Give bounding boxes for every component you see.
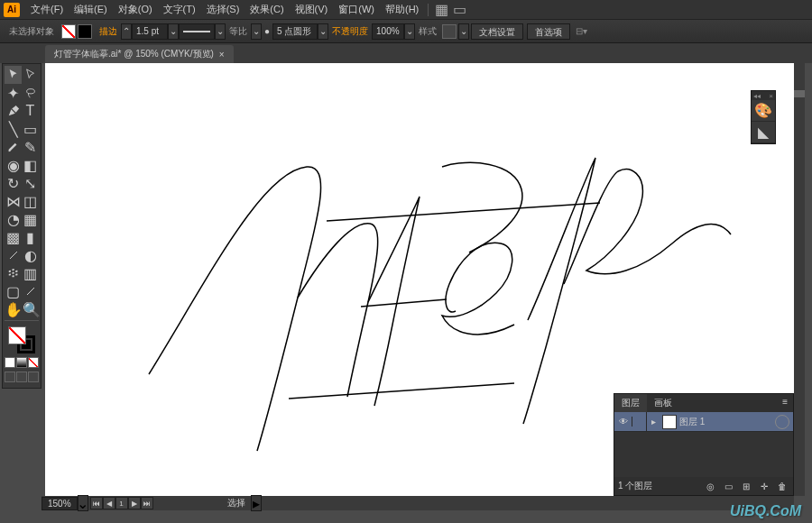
eraser-tool[interactable]: ◧ xyxy=(22,156,39,174)
stroke-stepper[interactable]: ⌃ xyxy=(121,23,132,40)
menu-type[interactable]: 文字(T) xyxy=(158,3,201,16)
rectangle-tool[interactable]: ▭ xyxy=(22,120,39,138)
selection-tool[interactable] xyxy=(5,66,22,84)
pen-tool[interactable] xyxy=(5,102,22,120)
layer-row[interactable]: 👁 ▸ 图层 1 xyxy=(614,412,793,432)
brushes-panel-icon[interactable]: ◣ xyxy=(752,122,775,143)
slice-tool[interactable]: ⟋ xyxy=(22,282,39,300)
prefs-button[interactable]: 首选项 xyxy=(527,23,570,40)
style-swatch[interactable] xyxy=(442,24,457,39)
pencil-tool[interactable]: ✎ xyxy=(22,138,39,156)
arrange-icon[interactable]: ▭ xyxy=(452,3,466,17)
document-tab[interactable]: 灯管字体临摹.ai* @ 150% (CMYK/预览) × xyxy=(45,45,234,63)
color-mode-none[interactable] xyxy=(28,357,39,368)
draw-behind[interactable] xyxy=(16,372,27,382)
menu-help[interactable]: 帮助(H) xyxy=(380,3,424,16)
profile-dropdown[interactable]: ⌄ xyxy=(318,23,328,40)
nav-page[interactable]: 1 xyxy=(115,497,128,509)
opacity-dropdown[interactable]: ⌄ xyxy=(404,23,415,40)
draw-inside[interactable] xyxy=(28,372,39,382)
gradient-tool[interactable]: ▮ xyxy=(22,228,39,246)
layer-name[interactable]: 图层 1 xyxy=(679,416,771,428)
toolbox: ✦ T ╲▭ ✎ ◉◧ ↻⤡ ⋈◫ ◔▦ ▩▮ ⟋◐ ፨▥ ▢⟋ ✋🔍 xyxy=(2,63,42,389)
color-mode-gradient[interactable] xyxy=(16,357,27,368)
blend-tool[interactable]: ◐ xyxy=(22,246,39,264)
float-panel-header[interactable]: ◂◂× xyxy=(752,91,775,100)
new-sublayer-icon[interactable]: ⊞ xyxy=(739,482,753,491)
magic-wand-tool[interactable]: ✦ xyxy=(5,84,22,102)
target-icon[interactable] xyxy=(775,415,789,429)
opacity-input[interactable] xyxy=(372,23,404,40)
rotate-tool[interactable]: ↻ xyxy=(5,174,22,192)
menu-effect[interactable]: 效果(C) xyxy=(245,3,289,16)
symbol-sprayer-tool[interactable]: ፨ xyxy=(5,264,22,282)
stroke-style-preview[interactable] xyxy=(179,23,215,40)
visibility-toggle-icon[interactable]: 👁 xyxy=(614,417,632,427)
menu-view[interactable]: 视图(V) xyxy=(290,3,334,16)
floating-panel[interactable]: ◂◂× 🎨 ◣ xyxy=(751,90,776,144)
stroke-style-dropdown[interactable]: ⌄ xyxy=(215,23,226,40)
lock-toggle[interactable] xyxy=(632,412,647,431)
doc-setup-button[interactable]: 文档设置 xyxy=(471,23,523,40)
make-clip-icon[interactable]: ▭ xyxy=(721,482,735,491)
opacity-label[interactable]: 不透明度 xyxy=(332,25,368,38)
fill-color-icon[interactable] xyxy=(8,326,26,344)
zoom-tool[interactable]: 🔍 xyxy=(23,300,41,318)
type-tool[interactable]: T xyxy=(22,102,39,120)
free-transform-tool[interactable]: ◫ xyxy=(22,192,39,210)
menu-edit[interactable]: 编辑(E) xyxy=(69,3,113,16)
panel-menu-icon[interactable]: ≡ xyxy=(777,394,793,412)
nav-next[interactable]: ▶ xyxy=(128,497,141,509)
fill-stroke-selector[interactable] xyxy=(8,326,35,353)
menu-window[interactable]: 窗口(W) xyxy=(333,3,380,16)
scale-tool[interactable]: ⤡ xyxy=(22,174,39,192)
layers-panel: 图层 画板 ≡ 👁 ▸ 图层 1 1 个图层 ◎ ▭ ⊞ ✛ 🗑 xyxy=(614,393,794,496)
width-tool[interactable]: ⋈ xyxy=(5,192,22,210)
mesh-tool[interactable]: ▩ xyxy=(5,228,22,246)
profile-input[interactable] xyxy=(272,23,318,40)
expand-icon[interactable]: ▸ xyxy=(647,417,660,427)
stroke-weight-input[interactable] xyxy=(132,23,168,40)
close-icon[interactable]: × xyxy=(219,50,225,60)
vertical-scrollbar[interactable] xyxy=(794,63,805,496)
graph-tool[interactable]: ▥ xyxy=(22,264,39,282)
app-logo: Ai xyxy=(4,3,20,17)
fill-stroke-indicator[interactable] xyxy=(61,24,92,39)
status-dropdown[interactable]: ▸ xyxy=(251,495,262,511)
direct-selection-tool[interactable] xyxy=(22,66,39,84)
zoom-dropdown[interactable]: ⌄ xyxy=(78,495,88,511)
line-tool[interactable]: ╲ xyxy=(5,120,22,138)
color-panel-icon[interactable]: 🎨 xyxy=(752,100,775,122)
nav-first[interactable]: ⏮ xyxy=(90,497,103,509)
fill-swatch-icon[interactable] xyxy=(61,24,76,39)
tab-artboards[interactable]: 画板 xyxy=(647,394,679,412)
new-layer-icon[interactable]: ✛ xyxy=(757,482,771,491)
stroke-weight-dropdown[interactable]: ⌄ xyxy=(168,23,179,40)
nav-prev[interactable]: ◀ xyxy=(103,497,115,509)
paintbrush-tool[interactable] xyxy=(5,138,22,156)
align-icon[interactable]: ⊟▾ xyxy=(576,26,587,36)
bridge-icon[interactable]: ▦ xyxy=(434,3,448,17)
stroke-swatch-icon[interactable] xyxy=(78,24,92,39)
menu-object[interactable]: 对象(O) xyxy=(113,3,158,16)
delete-layer-icon[interactable]: 🗑 xyxy=(775,482,789,491)
stroke-label[interactable]: 描边 xyxy=(99,25,117,38)
draw-normal[interactable] xyxy=(5,372,15,382)
eyedropper-tool[interactable]: ⟋ xyxy=(5,246,22,264)
locate-layer-icon[interactable]: ◎ xyxy=(703,482,717,491)
shape-builder-tool[interactable]: ◔ xyxy=(5,210,22,228)
artboard-tool[interactable]: ▢ xyxy=(5,282,22,300)
style-dropdown[interactable]: ⌄ xyxy=(458,23,469,40)
nav-last[interactable]: ⏭ xyxy=(141,497,153,509)
menu-file[interactable]: 文件(F) xyxy=(25,3,69,16)
blob-brush-tool[interactable]: ◉ xyxy=(5,156,22,174)
hand-tool[interactable]: ✋ xyxy=(5,300,23,318)
color-mode-solid[interactable] xyxy=(5,357,15,368)
zoom-display[interactable]: 150% xyxy=(42,497,78,510)
uniform-dropdown[interactable]: ⌄ xyxy=(251,23,262,40)
perspective-tool[interactable]: ▦ xyxy=(22,210,39,228)
tab-layers[interactable]: 图层 xyxy=(614,394,647,412)
uniform-label: 等比 xyxy=(229,25,247,38)
lasso-tool[interactable] xyxy=(22,84,39,102)
menu-select[interactable]: 选择(S) xyxy=(201,3,245,16)
